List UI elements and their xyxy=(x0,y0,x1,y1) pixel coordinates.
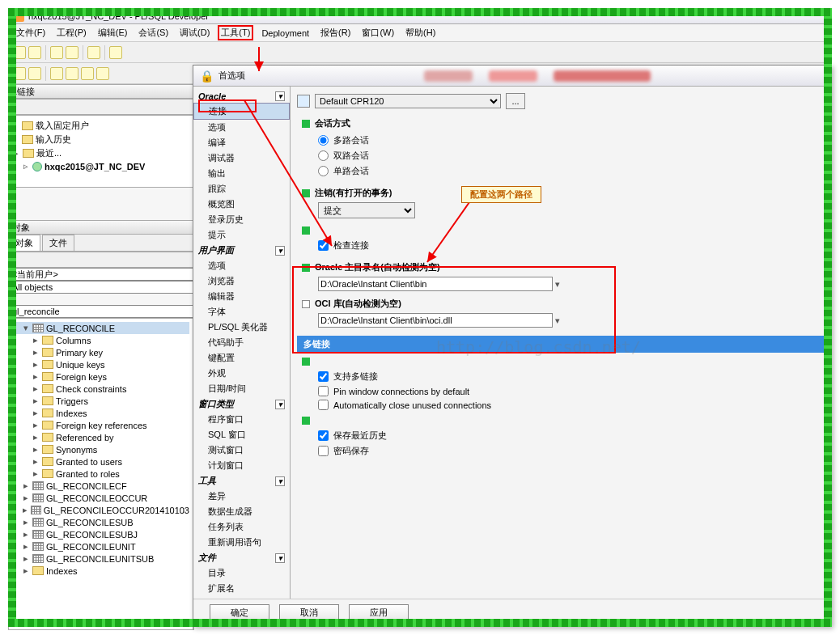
tree-recent[interactable]: 最近... xyxy=(36,147,62,159)
nav-group[interactable]: 文件▾ xyxy=(193,550,290,565)
menu-window[interactable]: 窗口(W) xyxy=(358,25,397,40)
tree-item[interactable]: ▸Triggers xyxy=(12,395,189,407)
table-root-input[interactable] xyxy=(8,305,193,318)
tb-undo-icon[interactable] xyxy=(109,46,122,59)
cancel-button[interactable]: 取消 xyxy=(279,604,339,622)
tab-files[interactable]: 文件 xyxy=(42,235,74,251)
tree-item[interactable]: ▸GL_RECONCILEOCCUR201410103 xyxy=(12,504,189,516)
tree-item[interactable]: ▸Columns xyxy=(12,334,189,346)
menu-help[interactable]: 帮助(H) xyxy=(402,25,439,40)
tb-lock-icon[interactable] xyxy=(28,67,41,80)
tree-item[interactable]: ▸GL_RECONCILECF xyxy=(12,480,189,492)
tb-print-icon[interactable] xyxy=(87,46,100,59)
nav-group[interactable]: 用户界面▾ xyxy=(193,243,290,258)
nav-item[interactable]: 数据生成器 xyxy=(193,504,290,519)
nav-item[interactable]: 概览图 xyxy=(193,197,290,212)
apply-button[interactable]: 应用 xyxy=(349,604,409,622)
nav-item[interactable]: 连接 xyxy=(193,103,290,120)
current-user-input[interactable] xyxy=(8,268,193,281)
nav-group[interactable]: 工具▾ xyxy=(193,473,290,489)
auto-close[interactable]: Automatically close unused connections xyxy=(318,398,825,412)
nav-item[interactable]: 任务列表 xyxy=(193,519,290,535)
pin-default[interactable]: Pin window connections by default xyxy=(318,384,825,398)
tb-new-icon[interactable] xyxy=(13,46,26,59)
menu-tools[interactable]: 工具(T) xyxy=(218,25,253,40)
menu-report[interactable]: 报告(R) xyxy=(317,25,354,40)
tree-item[interactable]: ▸Foreign key references xyxy=(12,419,189,431)
tree-item[interactable]: ▸Synonyms xyxy=(12,443,189,455)
nav-item[interactable]: 扩展名 xyxy=(193,581,290,596)
save-pwd[interactable]: 密码保存 xyxy=(318,443,825,459)
nav-item[interactable]: 外观 xyxy=(193,366,290,381)
tb-saveall-icon[interactable] xyxy=(66,46,78,59)
nav-item[interactable]: 输出 xyxy=(193,166,290,181)
links-add-icon[interactable] xyxy=(12,101,23,112)
nav-group[interactable]: Oracle▾ xyxy=(193,90,290,103)
nav-item[interactable]: 选项 xyxy=(193,120,290,135)
nav-item[interactable]: 提示 xyxy=(193,227,290,243)
menu-edit[interactable]: 编辑(E) xyxy=(95,25,131,40)
radio-dual[interactable]: 双路会话 xyxy=(318,148,825,163)
objects-tree[interactable]: ▾GL_RECONCILE▸Columns▸Primary key▸Unique… xyxy=(8,318,193,630)
nav-item[interactable]: 键配置 xyxy=(193,350,290,366)
tree-item[interactable]: ▸Indexes xyxy=(12,565,189,577)
tree-item[interactable]: ▸Primary key xyxy=(12,346,189,358)
tb-save-icon[interactable] xyxy=(50,46,63,59)
tree-item[interactable]: ▸Unique keys xyxy=(12,358,189,370)
tb-db3-icon[interactable] xyxy=(81,67,94,80)
links-tree[interactable]: 载入固定用户 输入历史 ▸最近... ▹hxqc2015@JT_NC_DEV xyxy=(8,115,193,188)
tab-objects[interactable]: 对象 xyxy=(8,235,40,251)
nav-item[interactable]: 计划窗口 xyxy=(193,458,290,473)
nav-item[interactable]: 程序窗口 xyxy=(193,412,290,427)
nav-item[interactable]: 选项 xyxy=(193,258,290,273)
oracle-home-input[interactable] xyxy=(318,277,553,291)
support-multi[interactable]: 支持多链接 xyxy=(318,369,825,384)
radio-single[interactable]: 单路会话 xyxy=(318,163,825,179)
tb-key-icon[interactable] xyxy=(13,67,26,80)
nav-item[interactable]: SQL 窗口 xyxy=(193,427,290,442)
tree-item[interactable]: ▸GL_RECONCILEUNITSUB xyxy=(12,552,189,565)
logout-select[interactable]: 提交 xyxy=(318,202,415,218)
refresh-icon[interactable] xyxy=(12,254,23,265)
tree-item[interactable]: ▸GL_RECONCILEUNIT xyxy=(12,540,189,552)
tb-db1-icon[interactable] xyxy=(50,67,63,80)
tree-item[interactable]: ▸Indexes xyxy=(12,407,189,419)
tb-sql-icon[interactable] xyxy=(96,67,109,80)
nav-item[interactable]: 编译 xyxy=(193,135,290,150)
nav-item[interactable]: 格式 xyxy=(193,596,290,599)
links-del-icon[interactable] xyxy=(27,101,38,112)
nav-item[interactable]: 跟踪 xyxy=(193,181,290,197)
filter-icon[interactable] xyxy=(27,254,38,265)
tree-db-conn[interactable]: hxqc2015@JT_NC_DEV xyxy=(45,162,145,171)
tree-input-history[interactable]: 输入历史 xyxy=(36,133,71,146)
tree-item[interactable]: ▸Foreign keys xyxy=(12,370,189,383)
nav-item[interactable]: 字体 xyxy=(193,304,290,320)
tree-fixed-users[interactable]: 载入固定用户 xyxy=(36,120,89,132)
nav-item[interactable]: 测试窗口 xyxy=(193,442,290,458)
default-config-select[interactable]: Default CPR120 xyxy=(315,94,501,108)
tree-item[interactable]: ▸Granted to users xyxy=(12,455,189,468)
nav-item[interactable]: 重新调用语句 xyxy=(193,535,290,550)
dialog-nav[interactable]: Oracle▾连接选项编译调试器输出跟踪概览图登录历史提示用户界面▾选项浏览器编… xyxy=(193,87,291,599)
nav-group[interactable]: 窗口类型▾ xyxy=(193,396,290,412)
tree-item[interactable]: ▾GL_RECONCILE xyxy=(12,322,189,334)
menu-project[interactable]: 工程(P) xyxy=(53,25,90,40)
tree-item[interactable]: ▸Referenced by xyxy=(12,431,189,443)
menu-debug[interactable]: 调试(D) xyxy=(176,25,213,40)
menu-file[interactable]: 文件(F) xyxy=(13,25,49,40)
radio-multi[interactable]: 多路会话 xyxy=(318,133,825,148)
nav-item[interactable]: 登录历史 xyxy=(193,212,290,227)
all-objects-input[interactable] xyxy=(8,281,193,294)
tree-item[interactable]: ▸GL_RECONCILEOCCUR xyxy=(12,492,189,504)
tb-open-icon[interactable] xyxy=(28,46,41,59)
tree-item[interactable]: ▸Check constraints xyxy=(12,383,189,395)
save-recent[interactable]: 保存最近历史 xyxy=(318,428,825,443)
menu-deploy[interactable]: Deployment xyxy=(258,27,312,40)
nav-item[interactable]: 日期/时间 xyxy=(193,381,290,396)
menu-session[interactable]: 会话(S) xyxy=(135,25,172,40)
nav-item[interactable]: 目录 xyxy=(193,565,290,581)
oci-input[interactable] xyxy=(318,313,553,328)
nav-item[interactable]: 浏览器 xyxy=(193,273,290,289)
nav-item[interactable]: PL/SQL 美化器 xyxy=(193,320,290,335)
tb-db2-icon[interactable] xyxy=(66,67,78,80)
